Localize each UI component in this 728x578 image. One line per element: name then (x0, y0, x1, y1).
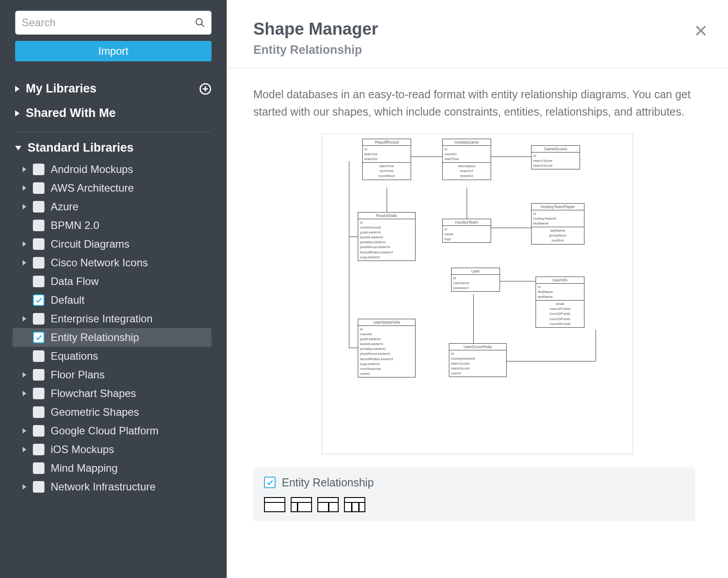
library-item[interactable]: Azure (12, 197, 212, 216)
library-label: Floor Plans (51, 369, 104, 381)
library-label: Circuit Diagrams (51, 238, 129, 250)
chevron-right-icon (15, 110, 20, 116)
library-card: Entity Relationship (253, 467, 695, 521)
library-item[interactable]: Cisco Network Icons (12, 253, 212, 272)
library-label: iOS Mockups (51, 443, 114, 456)
library-checkbox[interactable] (33, 276, 44, 287)
library-label: Cisco Network Icons (51, 257, 148, 269)
er-entity: UserStatsPicksidroundIdgoalLeaderIdassis… (358, 319, 416, 378)
er-entity: GameScoresidteam1Scoreteam2Score (531, 145, 580, 170)
library-item[interactable]: Circuit Diagrams (12, 235, 212, 253)
library-checkbox[interactable] (33, 462, 44, 474)
library-item[interactable]: Entity Relationship (12, 328, 212, 347)
library-item[interactable]: Floor Plans (12, 365, 212, 384)
library-label: Equations (51, 350, 98, 362)
library-label: Network Infrastructure (51, 481, 156, 493)
shape-thumb[interactable] (291, 497, 312, 512)
library-checkbox[interactable] (33, 238, 44, 250)
chevron-right-icon (20, 428, 28, 434)
section-standard-libraries[interactable]: Standard Libraries (15, 136, 212, 160)
search-icon (195, 17, 205, 28)
close-icon (694, 24, 708, 37)
sidebar: Import My Libraries Shared With Me Stand… (0, 0, 227, 578)
library-checkbox[interactable] (33, 182, 44, 194)
library-card-label: Entity Relationship (282, 476, 374, 489)
library-checkbox[interactable] (33, 406, 44, 418)
library-label: Entity Relationship (51, 331, 139, 344)
er-entity: UserScorePicksidhockeyGameIdteam1scorete… (449, 343, 507, 377)
er-entity: Useridusernamepassword (451, 268, 500, 292)
chevron-right-icon (20, 484, 28, 490)
er-entity: HockeyTeamidnamelogo (442, 219, 491, 243)
section-label: Shared With Me (26, 106, 116, 120)
library-label: Mind Mapping (51, 462, 118, 474)
library-label: Enterprise Integration (51, 313, 152, 325)
library-checkbox[interactable] (33, 164, 44, 175)
library-checkbox[interactable] (33, 369, 44, 381)
library-checkbox[interactable] (33, 425, 44, 437)
library-item[interactable]: Geometric Shapes (12, 403, 212, 421)
import-button[interactable]: Import (15, 41, 212, 61)
library-checkbox[interactable] (33, 220, 44, 231)
library-item[interactable]: iOS Mockups (12, 440, 212, 459)
divider (15, 132, 212, 132)
library-label: Google Cloud Platform (51, 425, 159, 437)
er-entity: HockeyTeamPlayeridhockeyTeamIdfirstNamel… (531, 203, 584, 245)
er-entity: PlayoffRoundidteam1Idteam2IdstartTimeend… (362, 139, 411, 180)
add-icon[interactable] (199, 83, 212, 95)
chevron-right-icon (20, 204, 28, 209)
library-checkbox[interactable] (33, 201, 44, 213)
library-item[interactable]: BPMN 2.0 (12, 216, 212, 235)
library-item[interactable]: AWS Architecture (12, 179, 212, 197)
library-label: Default (51, 294, 84, 306)
library-label: AWS Architecture (51, 182, 134, 194)
chevron-right-icon (20, 167, 28, 172)
library-item[interactable]: Android Mockups (12, 160, 212, 179)
chevron-right-icon (20, 316, 28, 321)
search-input[interactable] (15, 11, 212, 35)
library-item[interactable]: Enterprise Integration (12, 309, 212, 328)
library-label: Flowchart Shapes (51, 387, 136, 400)
library-checkbox[interactable] (33, 332, 44, 343)
shape-thumb[interactable] (344, 497, 365, 512)
shape-thumbnails (264, 497, 684, 512)
search-wrap (15, 11, 212, 35)
library-checkbox[interactable] (264, 477, 276, 488)
main-panel: Shape Manager Entity Relationship Model … (227, 0, 728, 578)
chevron-right-icon (20, 260, 28, 265)
section-label: Standard Libraries (28, 141, 134, 155)
page-subtitle: Entity Relationship (253, 43, 701, 57)
section-my-libraries[interactable]: My Libraries (15, 76, 212, 101)
chevron-right-icon (15, 86, 20, 92)
chevron-right-icon (20, 185, 28, 191)
library-checkbox[interactable] (33, 444, 44, 455)
main-header: Shape Manager Entity Relationship (227, 0, 728, 68)
library-item[interactable]: Google Cloud Platform (12, 421, 212, 440)
chevron-right-icon (20, 391, 28, 396)
library-checkbox[interactable] (33, 481, 44, 493)
chevron-right-icon (20, 447, 28, 452)
section-shared-with-me[interactable]: Shared With Me (15, 101, 212, 125)
library-label: Azure (51, 201, 79, 213)
library-item[interactable]: Flowchart Shapes (12, 384, 212, 403)
library-checkbox[interactable] (33, 388, 44, 399)
library-item[interactable]: Equations (12, 347, 212, 365)
description-text: Model databases in an easy-to-read forma… (253, 86, 701, 120)
library-list: Android MockupsAWS ArchitectureAzureBPMN… (15, 160, 212, 496)
library-item[interactable]: Network Infrastructure (12, 478, 212, 496)
library-item[interactable]: Default (12, 291, 212, 309)
section-label: My Libraries (26, 82, 96, 96)
close-button[interactable] (694, 24, 708, 39)
chevron-down-icon (15, 146, 21, 150)
library-item[interactable]: Data Flow (12, 272, 212, 291)
library-label: Data Flow (51, 275, 99, 288)
er-entity: HockeyGameidroundIdstartTimedescriptiont… (442, 139, 491, 180)
library-checkbox[interactable] (33, 350, 44, 362)
library-item[interactable]: Mind Mapping (12, 459, 212, 478)
shape-thumb[interactable] (317, 497, 339, 512)
library-checkbox[interactable] (33, 294, 44, 306)
library-label: BPMN 2.0 (51, 219, 99, 232)
library-checkbox[interactable] (33, 313, 44, 325)
library-checkbox[interactable] (33, 257, 44, 269)
shape-thumb[interactable] (264, 497, 285, 512)
